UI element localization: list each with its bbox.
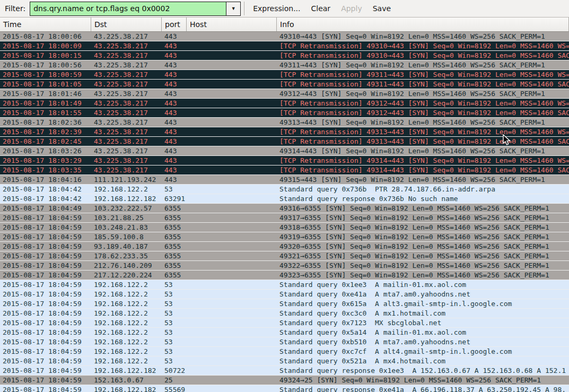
cell-info: 49318→6355 [SYN] Seq=0 Win=8192 Len=0 MS… xyxy=(277,223,569,232)
cell-time: 2015-08-17 18:04:59 xyxy=(0,223,91,232)
cell-dst: 178.62.233.35 xyxy=(91,251,162,260)
packet-row[interactable]: 2015-08-17 18:01:4943.225.38.217443[TCP … xyxy=(0,99,569,108)
cell-dst: 185.59.100.8 xyxy=(91,232,162,241)
cell-info: 49310→443 [SYN] Seq=0 Win=8192 Len=0 MSS… xyxy=(277,32,569,41)
packet-row[interactable]: 2015-08-17 18:01:4643.225.38.21744349312… xyxy=(0,89,569,99)
filter-dropdown-button[interactable]: ▼ xyxy=(226,2,240,15)
packet-row[interactable]: 2015-08-17 18:04:59217.12.220.2246355493… xyxy=(0,271,569,280)
packet-row[interactable]: 2015-08-17 18:04:59212.76.140.2096355493… xyxy=(0,261,569,271)
packet-row[interactable]: 2015-08-17 18:04:59103.21.88.25635549317… xyxy=(0,213,569,223)
cell-host xyxy=(187,309,277,318)
packet-row[interactable]: 2015-08-17 18:04:59178.62.233.3563554932… xyxy=(0,251,569,261)
save-button[interactable]: Save xyxy=(367,2,396,15)
filter-toolbar: Filter: ▼ Expression... Clear Apply Save xyxy=(0,0,569,18)
cell-time: 2015-08-17 18:04:59 xyxy=(0,356,91,365)
cell-host xyxy=(187,70,277,79)
packet-list: 2015-08-17 18:00:0643.225.38.21744349310… xyxy=(0,32,569,392)
packet-row[interactable]: 2015-08-17 18:04:59192.168.122.253Standa… xyxy=(0,318,569,328)
cell-host xyxy=(187,271,277,280)
packet-row[interactable]: 2015-08-17 18:04:59192.168.122.253Standa… xyxy=(0,337,569,347)
cell-time: 2015-08-17 18:03:26 xyxy=(0,146,91,155)
clear-button[interactable]: Clear xyxy=(306,2,336,15)
cell-dst: 192.168.122.2 xyxy=(91,328,162,337)
packet-row[interactable]: 2015-08-17 18:04:16111.121.193.242443493… xyxy=(0,175,569,185)
cell-port: 53 xyxy=(162,309,187,318)
cell-dst: 43.225.38.217 xyxy=(91,118,162,127)
expression-button[interactable]: Expression... xyxy=(248,2,305,15)
apply-button[interactable]: Apply xyxy=(336,2,367,15)
packet-row[interactable]: 2015-08-17 18:04:59192.168.122.18250722S… xyxy=(0,366,569,376)
packet-row[interactable]: 2015-08-17 18:02:4543.225.38.217443[TCP … xyxy=(0,137,569,146)
cell-port: 443 xyxy=(162,99,187,108)
cell-host xyxy=(187,366,277,375)
packet-row[interactable]: 2015-08-17 18:03:3543.225.38.217443[TCP … xyxy=(0,165,569,175)
cell-info: Standard query response 0x736b No such n… xyxy=(277,194,569,203)
packet-row[interactable]: 2015-08-17 18:02:3943.225.38.217443[TCP … xyxy=(0,127,569,137)
cell-host xyxy=(187,299,277,308)
packet-row[interactable]: 2015-08-17 18:04:59192.168.122.253Standa… xyxy=(0,309,569,318)
packet-row[interactable]: 2015-08-17 18:04:5993.189.40.18763554932… xyxy=(0,242,569,251)
cell-info: [TCP Retransmission] 49313→443 [SYN] Seq… xyxy=(277,127,569,136)
packet-row[interactable]: 2015-08-17 18:04:59192.168.122.18255569S… xyxy=(0,385,569,392)
cell-info: [TCP Retransmission] 49311→443 [SYN] Seq… xyxy=(277,70,569,79)
cell-time: 2015-08-17 18:04:59 xyxy=(0,280,91,289)
packet-row[interactable]: 2015-08-17 18:03:2943.225.38.217443[TCP … xyxy=(0,156,569,165)
packet-row[interactable]: 2015-08-17 18:04:49103.232.222.576355493… xyxy=(0,204,569,213)
packet-row[interactable]: 2015-08-17 18:04:59192.168.122.253Standa… xyxy=(0,328,569,337)
column-header-time[interactable]: Time xyxy=(0,18,91,31)
cell-dst: 103.248.21.83 xyxy=(91,223,162,232)
cell-time: 2015-08-17 18:04:42 xyxy=(0,185,91,194)
column-header-dst[interactable]: Dst xyxy=(91,18,162,31)
cell-port: 443 xyxy=(162,80,187,89)
cell-dst: 192.168.122.2 xyxy=(91,299,162,308)
packet-row[interactable]: 2015-08-17 18:04:59152.163.0.672549324→2… xyxy=(0,376,569,385)
packet-row[interactable]: 2015-08-17 18:04:42192.168.122.253Standa… xyxy=(0,185,569,194)
packet-row[interactable]: 2015-08-17 18:04:59192.168.122.253Standa… xyxy=(0,290,569,299)
cell-host xyxy=(187,99,277,108)
cell-host xyxy=(187,356,277,365)
packet-row[interactable]: 2015-08-17 18:02:3643.225.38.21744349313… xyxy=(0,118,569,127)
packet-row[interactable]: 2015-08-17 18:01:0543.225.38.217443[TCP … xyxy=(0,80,569,89)
cell-info: Standard query 0x736b PTR 28.74.187.66.i… xyxy=(277,185,569,194)
column-header-port[interactable]: port xyxy=(162,18,187,31)
packet-row[interactable]: 2015-08-17 18:04:59103.248.21.8363554931… xyxy=(0,223,569,232)
cell-port: 53 xyxy=(162,356,187,365)
cell-time: 2015-08-17 18:04:59 xyxy=(0,385,91,392)
cell-info: 49323→6355 [SYN] Seq=0 Win=8192 Len=0 MS… xyxy=(277,271,569,280)
cell-dst: 43.225.38.217 xyxy=(91,41,162,50)
cell-time: 2015-08-17 18:00:15 xyxy=(0,51,91,60)
cell-time: 2015-08-17 18:00:56 xyxy=(0,60,91,69)
cell-host xyxy=(187,204,277,213)
packet-row[interactable]: 2015-08-17 18:04:59185.59.100.8635549319… xyxy=(0,232,569,242)
filter-input[interactable] xyxy=(30,2,226,15)
column-header-host[interactable]: Host xyxy=(187,18,277,31)
cell-dst: 192.168.122.2 xyxy=(91,356,162,365)
cell-time: 2015-08-17 18:04:59 xyxy=(0,261,91,270)
cell-info: 49313→443 [SYN] Seq=0 Win=8192 Len=0 MSS… xyxy=(277,118,569,127)
packet-row[interactable]: 2015-08-17 18:00:5643.225.38.21744349311… xyxy=(0,60,569,70)
cell-dst: 93.189.40.187 xyxy=(91,242,162,251)
packet-row[interactable]: 2015-08-17 18:03:2643.225.38.21744349314… xyxy=(0,146,569,156)
packet-row[interactable]: 2015-08-17 18:00:5943.225.38.217443[TCP … xyxy=(0,70,569,80)
packet-row[interactable]: 2015-08-17 18:00:1543.225.38.217443[TCP … xyxy=(0,51,569,60)
cell-dst: 43.225.38.217 xyxy=(91,108,162,117)
cell-port: 443 xyxy=(162,41,187,50)
packet-row[interactable]: 2015-08-17 18:04:59192.168.122.253Standa… xyxy=(0,280,569,290)
cell-port: 25 xyxy=(162,376,187,385)
cell-dst: 43.225.38.217 xyxy=(91,99,162,108)
packet-row[interactable]: 2015-08-17 18:00:0943.225.38.217443[TCP … xyxy=(0,41,569,51)
packet-row[interactable]: 2015-08-17 18:04:59192.168.122.253Standa… xyxy=(0,299,569,309)
packet-row[interactable]: 2015-08-17 18:04:59192.168.122.253Standa… xyxy=(0,356,569,366)
packet-row[interactable]: 2015-08-17 18:01:5543.225.38.217443[TCP … xyxy=(0,108,569,118)
cell-port: 443 xyxy=(162,127,187,136)
cell-info: [TCP Retransmission] 49310→443 [SYN] Seq… xyxy=(277,51,569,60)
cell-time: 2015-08-17 18:04:59 xyxy=(0,347,91,356)
column-header-info[interactable]: Info xyxy=(277,18,569,31)
packet-row[interactable]: 2015-08-17 18:04:59192.168.122.253Standa… xyxy=(0,347,569,356)
cell-info: 49315→443 [SYN] Seq=0 Win=8192 Len=0 MSS… xyxy=(277,175,569,184)
packet-row[interactable]: 2015-08-17 18:04:42192.168.122.18263291S… xyxy=(0,194,569,204)
cell-dst: 192.168.122.2 xyxy=(91,347,162,356)
cell-dst: 43.225.38.217 xyxy=(91,32,162,41)
packet-row[interactable]: 2015-08-17 18:00:0643.225.38.21744349310… xyxy=(0,32,569,41)
cell-dst: 192.168.122.2 xyxy=(91,185,162,194)
